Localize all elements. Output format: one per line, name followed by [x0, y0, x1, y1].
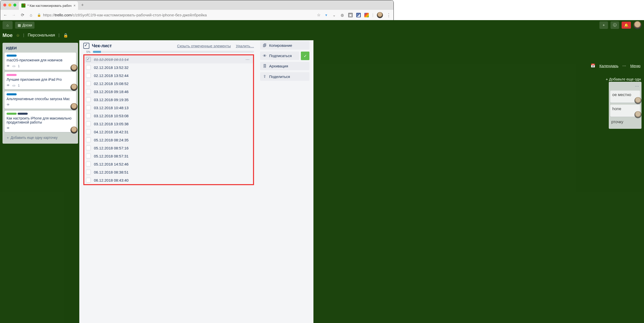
checklist-item[interactable]: 05.12.2018 08:57:31 ⋯: [84, 152, 253, 160]
card-title: Как настроить iPhone для максимально про…: [7, 116, 74, 124]
checklist-item-text: 02.12.2018 15:08:52: [94, 82, 129, 86]
boards-label: Доски: [22, 23, 32, 27]
checklist-item[interactable]: 06.12.2018 08:38:51 ⋯: [84, 168, 253, 176]
subscribed-indicator[interactable]: ✓: [301, 52, 309, 60]
window-minimize-icon[interactable]: [8, 4, 11, 7]
privacy-icon[interactable]: 🔒: [63, 33, 68, 38]
back-icon[interactable]: ←: [3, 13, 8, 17]
forward-icon[interactable]: →: [11, 13, 16, 17]
checkbox[interactable]: [86, 145, 91, 150]
globe-icon[interactable]: ◍: [340, 13, 345, 17]
add-card-button[interactable]: ＋ Добавить еще одну карточку: [5, 134, 76, 142]
checklist-item[interactable]: 03.12.2018 09:19:35 ⋯: [84, 96, 253, 104]
watch-icon: 👁: [7, 126, 10, 130]
delete-checklist-link[interactable]: Удалить…: [236, 44, 254, 48]
star-icon[interactable]: ☆: [16, 33, 20, 38]
bookmark-star-icon[interactable]: ☆: [317, 13, 320, 17]
browser-tab[interactable]: * Как кастомизировать рабоч ×: [19, 1, 78, 10]
checkbox[interactable]: [86, 121, 91, 126]
list-card[interactable]: macOS-приложения для новичков 👁▭1: [5, 53, 76, 70]
checklist-item-text: 02.12.2018 13:52:32: [94, 65, 129, 70]
checklist-item[interactable]: 03.12.2018 10:53:08 ⋯: [84, 112, 253, 120]
member-avatar: [70, 64, 78, 71]
checklist-title[interactable]: Чек-лист: [92, 43, 174, 49]
list-card[interactable]: Как настроить iPhone для максимально про…: [5, 111, 76, 132]
checkbox[interactable]: [86, 162, 91, 167]
copy-button[interactable]: 🗐Копирование: [260, 41, 309, 50]
ext-icon-1[interactable]: ▾: [324, 13, 329, 17]
trello-global-header: ⌂ ▦Доски ＋ ⓘ 🔔: [0, 20, 394, 30]
checklist-item[interactable]: 05.12.2018 14:52:46 ⋯: [84, 160, 253, 168]
progress-bar: [93, 51, 254, 53]
checklist-item[interactable]: 05.12.2018 08:24:35 ⋯: [84, 136, 253, 144]
checkbox[interactable]: [86, 65, 91, 70]
label-green: [7, 113, 17, 115]
checkbox[interactable]: [86, 137, 91, 142]
archive-button[interactable]: 🗄Архивация: [260, 62, 309, 70]
attachment-icon: ▭: [12, 64, 15, 68]
checklist-item[interactable]: 01.12.2018 16:11:14 ⋯: [84, 55, 253, 63]
subscribe-button[interactable]: 👁Подписаться: [260, 52, 299, 60]
list-card[interactable]: Лучшие приложения для iPad Pro 👁▭1: [5, 72, 76, 89]
add-card-label: Добавить еще одну карточку: [11, 136, 58, 140]
checklist-item-text: 05.12.2018 08:57:16: [94, 146, 129, 150]
tab-close-icon[interactable]: ×: [74, 4, 76, 8]
profile-avatar-icon[interactable]: [377, 12, 383, 18]
label-blue: [7, 93, 17, 95]
count: 1: [18, 84, 20, 87]
ext-icon-4[interactable]: ▣: [348, 13, 353, 17]
window-zoom-icon[interactable]: [13, 4, 16, 7]
boards-icon: ▦: [18, 23, 21, 27]
checklist-item[interactable]: 06.12.2018 08:43:40 ⋯: [84, 176, 253, 184]
checklist-item[interactable]: 03.12.2018 10:48:13 ⋯: [84, 104, 253, 112]
checklist-icon: [83, 43, 89, 49]
browser-menu-icon[interactable]: ⋮: [386, 12, 391, 18]
checkbox[interactable]: [86, 153, 91, 158]
checkbox[interactable]: [86, 113, 91, 118]
checkbox[interactable]: [86, 81, 91, 86]
checklist-item[interactable]: 03.12.2018 09:18:46 ⋯: [84, 88, 253, 96]
home-icon[interactable]: ⌂: [28, 13, 33, 17]
window-close-icon[interactable]: [3, 4, 6, 7]
boards-button[interactable]: ▦Доски: [15, 22, 34, 29]
checkbox[interactable]: [86, 57, 91, 62]
checklist-item[interactable]: 05.12.2018 08:57:16 ⋯: [84, 144, 253, 152]
home-icon: ⌂: [5, 23, 10, 28]
checklist-item[interactable]: 02.12.2018 15:08:52 ⋯: [84, 79, 253, 88]
checklist-item[interactable]: 04.12.2018 18:42:31 ⋯: [84, 128, 253, 136]
checkbox[interactable]: [86, 129, 91, 134]
pocket-icon[interactable]: ⌄: [332, 13, 337, 17]
list-title[interactable]: ИДЕИ: [5, 45, 76, 53]
label-pink: [7, 74, 17, 76]
reload-icon[interactable]: ⟳: [20, 13, 25, 17]
checkbox[interactable]: [86, 170, 91, 175]
progress-row: 5%: [83, 50, 254, 53]
subscribe-label: Подписаться: [269, 54, 292, 58]
progress-percent: 5%: [83, 50, 90, 53]
checkbox[interactable]: [86, 178, 91, 183]
share-button[interactable]: ⇪Поделиться: [260, 72, 309, 81]
url-box[interactable]: 🔒 https://trello.com/c/z8SyofC2/9-как-ка…: [37, 13, 313, 17]
checklist-item[interactable]: 02.12.2018 13:52:32 ⋯: [84, 63, 253, 71]
checklist-item-text: 05.12.2018 08:57:31: [94, 154, 129, 158]
label-blue: [7, 55, 17, 57]
checklist-item[interactable]: 02.12.2018 13:52:44 ⋯: [84, 71, 253, 79]
hide-checked-link[interactable]: Скрыть отмеченные элементы: [177, 44, 231, 48]
checkbox[interactable]: [86, 105, 91, 110]
home-button[interactable]: ⌂: [3, 21, 13, 29]
checkbox[interactable]: [86, 89, 91, 94]
board-name[interactable]: Мое: [3, 32, 13, 38]
member-avatar: [70, 84, 78, 91]
google-icon[interactable]: [364, 13, 369, 17]
checklist-item[interactable]: 03.12.2018 13:05:38 ⋯: [84, 120, 253, 128]
checklist-item-text: 06.12.2018 08:38:51: [94, 170, 129, 174]
team-label[interactable]: Персональная: [28, 33, 55, 37]
ext-icon-5[interactable]: ◪: [356, 13, 361, 17]
eye-icon: 👁: [263, 54, 267, 58]
checkbox[interactable]: [86, 97, 91, 102]
item-menu-icon[interactable]: ⋯: [245, 57, 250, 62]
list-card[interactable]: Альтернативные способы запуска Mac 👁: [5, 91, 76, 109]
checkbox[interactable]: [86, 73, 91, 78]
checklist-item-text: 03.12.2018 09:19:35: [94, 98, 129, 102]
new-tab-button[interactable]: +: [81, 3, 84, 8]
